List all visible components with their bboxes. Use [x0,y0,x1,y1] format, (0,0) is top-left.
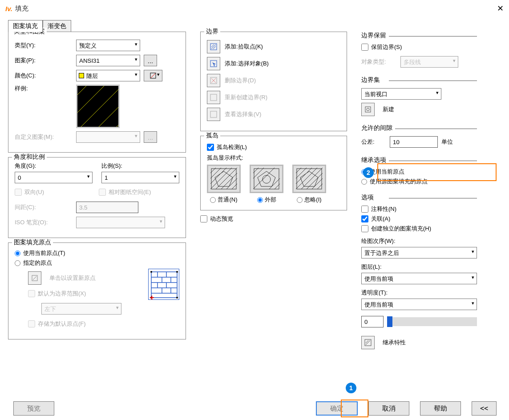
island-normal-icon[interactable] [207,165,241,193]
svg-point-24 [176,271,178,273]
independent-checkbox[interactable] [361,225,368,232]
view-selection-button [207,108,220,121]
pattern-label: 图案(P): [15,57,73,65]
island-detect-checkbox[interactable] [207,144,214,151]
default-bound-checkbox [28,290,35,297]
color-select[interactable]: 随层 [76,70,140,81]
delete-boundary-button [207,74,220,87]
help-button[interactable]: 帮助 [420,401,461,416]
legend-options: 选项 [361,194,477,202]
svg-line-62 [301,168,323,189]
svg-point-23 [150,271,152,273]
group-angle-scale: 角度和比例 角度(G): 0 比例(S): 1 双向(U) 相对图纸空间(E) … [8,157,186,238]
window-title: 填充 [15,4,28,13]
scale-select[interactable]: 1 [101,172,179,183]
legend-bound-set: 边界集 [361,76,477,84]
legend-boundary: 边界 [204,28,220,36]
legend-island: 孤岛 [204,132,220,140]
sample-label: 样例: [15,85,73,93]
close-button[interactable]: ✕ [497,4,504,13]
callout-1: 1 [346,383,356,393]
boundset-select[interactable]: 当前视口 [361,88,441,100]
dynamic-preview-checkbox[interactable] [200,215,207,222]
pick-origin-button [28,271,41,285]
boundset-new-label: 新建 [383,105,394,113]
custom-pattern-select [76,131,140,143]
svg-rect-10 [151,272,177,298]
angle-label: 角度(G): [15,162,93,170]
custom-pattern-browse-button: ... [144,131,157,143]
svg-marker-49 [258,171,275,186]
svg-line-61 [296,168,317,189]
draw-order-label: 绘图次序(W): [361,237,477,245]
add-pickpoint-label: 添加:拾取点(K) [225,43,263,51]
add-select-button[interactable] [207,57,220,70]
bidir-checkbox [15,189,22,196]
callout-2: 2 [363,167,374,178]
pattern-select[interactable]: ANSI31 [76,55,140,66]
svg-line-43 [210,168,232,189]
highlight-collapse [341,400,368,417]
preview-button[interactable]: 预览 [13,401,54,416]
inherit-source-radio[interactable] [361,179,367,185]
keep-boundary-checkbox[interactable] [361,44,368,51]
svg-line-9 [33,276,36,280]
island-ignore-radio[interactable] [297,197,303,203]
svg-point-26 [176,297,178,299]
iso-pen-label: ISO 笔宽(O): [15,218,73,226]
svg-marker-57 [300,171,318,186]
collapse-button[interactable]: << [472,401,497,416]
transparency-slider[interactable] [387,317,477,326]
legend-bound-retain: 边界保留 [361,32,477,40]
island-outer-icon[interactable] [250,165,283,193]
island-ignore-icon[interactable] [292,165,326,193]
add-select-label: 添加:选择对象(B) [225,60,269,68]
layer-label: 图层(L): [361,263,477,271]
associative-checkbox[interactable] [361,215,368,222]
spacing-input [76,202,138,213]
tolerance-input[interactable] [390,136,438,148]
origin-current-radio[interactable] [15,250,20,256]
svg-rect-36 [210,94,217,101]
add-pickpoint-button[interactable] [207,40,220,53]
svg-rect-66 [365,107,371,112]
tab-gradient[interactable]: 渐变色 [43,20,71,32]
transparency-select[interactable]: 使用当前项 [361,299,477,310]
svg-rect-37 [210,111,217,117]
group-boundary: 边界 添加:拾取点(K) 添加:选择对象(B) 删除边界(D) 重新创建边界(R… [200,32,347,131]
island-normal-radio[interactable] [210,197,216,203]
group-type-pattern: 类型和图案 类型(Y): 预定义 图案(P): ANSI31 ... 颜色(C)… [8,32,186,153]
inherit-props-label: 继承特性 [383,339,406,347]
obj-type-label: 对象类型: [361,58,397,66]
transparency-label: 透明度(T): [361,289,477,297]
annotative-checkbox[interactable] [361,206,368,213]
layer-select[interactable]: 使用当前项 [361,273,477,284]
origin-specified-radio[interactable] [15,260,20,266]
island-outer-radio[interactable] [257,197,263,203]
cancel-button[interactable]: 取消 [368,401,409,416]
highlight-tolerance [377,163,497,181]
iso-pen-select [76,217,165,228]
tab-pattern-fill[interactable]: 图案填充 [8,20,43,32]
type-label: 类型(Y): [15,41,73,49]
svg-rect-2 [77,86,120,128]
svg-line-44 [216,168,237,189]
legend-gap: 允许的间隙 [361,124,477,132]
background-color-button[interactable] [144,70,162,81]
pattern-browse-button[interactable]: ... [144,55,157,66]
store-default-checkbox [28,320,35,327]
boundset-new-icon[interactable] [361,103,375,116]
tolerance-label: 公差: [361,138,386,146]
svg-marker-39 [215,171,233,186]
spacing-label: 间距(C): [15,203,73,211]
type-select[interactable]: 预定义 [76,40,140,51]
svg-text:+: + [149,293,154,300]
group-island: 孤岛 孤岛检测(L) 孤岛显示样式: 普通(N) 外部 忽略(I) [200,136,347,210]
app-logo: Iv. [5,5,12,12]
transparency-number-input[interactable] [361,316,384,327]
draw-order-select[interactable]: 置于边界之后 [361,247,477,258]
pattern-preview[interactable] [76,85,120,128]
inherit-props-button[interactable] [361,336,375,349]
angle-select[interactable]: 0 [15,172,93,183]
obj-type-select: 多段线 [400,56,458,68]
